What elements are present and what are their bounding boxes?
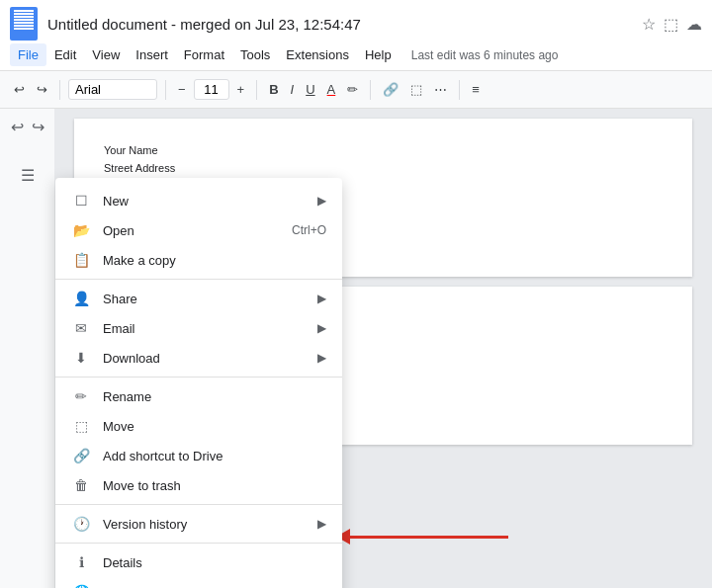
download-icon: ⬇ (71, 350, 91, 366)
version-history-label: Version history (103, 517, 317, 532)
highlight-button[interactable]: ✏ (343, 80, 362, 99)
rename-icon: ✏ (71, 388, 91, 404)
make-copy-icon: 📋 (71, 252, 91, 268)
menu-item-new[interactable]: ☐ New ▶ (55, 186, 342, 215)
menu-group-5: ℹ Details 🌐 Language ▶ (55, 544, 342, 588)
menu-item-make-copy[interactable]: 📋 Make a copy (55, 245, 342, 275)
menu-item-details[interactable]: ℹ Details (55, 547, 342, 577)
make-copy-label: Make a copy (103, 253, 326, 268)
menu-item-language[interactable]: 🌐 Language ▶ (55, 577, 342, 588)
menu-group-3: ✏ Rename ⬚ Move 🔗 Add shortcut to Drive … (55, 378, 342, 505)
menu-group-1: ☐ New ▶ 📂 Open Ctrl+O 📋 Make a copy (55, 182, 342, 280)
cloud-icon[interactable]: ☁ (686, 15, 702, 34)
text-color-button[interactable]: A (323, 80, 340, 99)
font-size-input[interactable]: 11 (194, 79, 229, 100)
menu-help[interactable]: Help (357, 43, 400, 66)
email-icon: ✉ (71, 320, 91, 336)
menu-group-2: 👤 Share ▶ ✉ Email ▶ ⬇ Download ▶ (55, 280, 342, 378)
email-arrow: ▶ (317, 321, 326, 335)
menu-edit[interactable]: Edit (46, 43, 84, 66)
redo-button[interactable]: ↪ (33, 80, 51, 99)
menu-item-version-history[interactable]: 🕐 Version history ▶ (55, 509, 342, 539)
menu-item-add-shortcut[interactable]: 🔗 Add shortcut to Drive (55, 441, 342, 470)
menu-bar: File Edit View Insert Format Tools Exten… (0, 40, 712, 71)
align-button[interactable]: ≡ (468, 80, 484, 99)
file-menu-dropdown: ☐ New ▶ 📂 Open Ctrl+O 📋 Make a copy 👤 (55, 178, 342, 588)
toolbar-separator-3 (256, 80, 257, 100)
menu-item-rename[interactable]: ✏ Rename (55, 381, 342, 411)
document-title: Untitled document - merged on Jul 23, 12… (47, 16, 642, 33)
new-icon: ☐ (71, 193, 91, 209)
last-edit-text: Last edit was 6 minutes ago (411, 48, 559, 62)
download-label: Download (103, 351, 317, 366)
language-icon: 🌐 (71, 584, 91, 588)
details-label: Details (103, 555, 326, 570)
arrow-line (350, 536, 508, 539)
version-history-icon: 🕐 (71, 516, 91, 532)
menu-item-move-trash[interactable]: 🗑 Move to trash (55, 470, 342, 500)
menu-tools[interactable]: Tools (232, 43, 278, 66)
menu-item-email[interactable]: ✉ Email ▶ (55, 313, 342, 343)
move-icon: ⬚ (71, 418, 91, 434)
language-label: Language (103, 585, 317, 589)
share-label: Share (103, 292, 317, 306)
bold-button[interactable]: B (265, 80, 282, 99)
menu-item-share[interactable]: 👤 Share ▶ (55, 284, 342, 313)
underline-button[interactable]: U (302, 80, 318, 99)
open-shortcut: Ctrl+O (292, 223, 326, 237)
more-options-button[interactable]: ⋯ (430, 80, 451, 99)
trash-icon: 🗑 (71, 477, 91, 493)
share-icon: 👤 (71, 291, 91, 306)
main-area: ↩ ↪ ☰ Your Name Street Address City, Sta… (0, 109, 712, 588)
menu-item-move[interactable]: ⬚ Move (55, 411, 342, 441)
link-button[interactable]: 🔗 (379, 80, 402, 99)
rename-label: Rename (103, 389, 326, 404)
menu-group-4: 🕐 Version history ▶ (55, 505, 342, 544)
menu-format[interactable]: Format (176, 43, 232, 66)
title-bar: Untitled document - merged on Jul 23, 12… (0, 0, 712, 40)
font-size-plus-button[interactable]: + (233, 80, 249, 99)
star-icon[interactable]: ☆ (642, 15, 656, 34)
email-label: Email (103, 321, 317, 336)
red-arrow (336, 529, 508, 545)
menu-item-download[interactable]: ⬇ Download ▶ (55, 343, 342, 373)
add-shortcut-label: Add shortcut to Drive (103, 449, 326, 463)
share-arrow: ▶ (317, 292, 326, 305)
toolbar-separator-5 (459, 80, 460, 100)
font-size-minus-button[interactable]: − (174, 80, 190, 99)
download-arrow: ▶ (317, 351, 326, 365)
doc-icon (10, 7, 38, 41)
menu-insert[interactable]: Insert (128, 43, 176, 66)
undo-button[interactable]: ↩ (10, 80, 29, 99)
toolbar-separator-1 (59, 80, 60, 100)
new-arrow: ▶ (317, 194, 326, 208)
open-icon: 📂 (71, 222, 91, 238)
add-shortcut-icon: 🔗 (71, 448, 91, 463)
toolbar: ↩ ↪ Arial − 11 + B I U A ✏ 🔗 ⬚ ⋯ ≡ (0, 71, 712, 109)
menu-view[interactable]: View (84, 43, 128, 66)
toolbar-separator-2 (165, 80, 166, 100)
move-label: Move (103, 419, 326, 434)
open-label: Open (103, 223, 292, 238)
italic-button[interactable]: I (287, 80, 299, 99)
image-button[interactable]: ⬚ (406, 80, 426, 99)
menu-item-open[interactable]: 📂 Open Ctrl+O (55, 215, 342, 245)
folder-icon[interactable]: ⬚ (664, 15, 678, 34)
details-icon: ℹ (71, 554, 91, 570)
toolbar-separator-4 (370, 80, 371, 100)
title-icons: ☆ ⬚ ☁ (642, 15, 702, 34)
move-trash-label: Move to trash (103, 478, 326, 493)
menu-extensions[interactable]: Extensions (278, 43, 357, 66)
dropdown-overlay[interactable]: ☐ New ▶ 📂 Open Ctrl+O 📋 Make a copy 👤 (0, 109, 712, 588)
menu-file[interactable]: File (10, 43, 46, 66)
font-name-selector[interactable]: Arial (68, 79, 157, 100)
new-label: New (103, 194, 317, 209)
version-history-arrow: ▶ (317, 517, 326, 531)
